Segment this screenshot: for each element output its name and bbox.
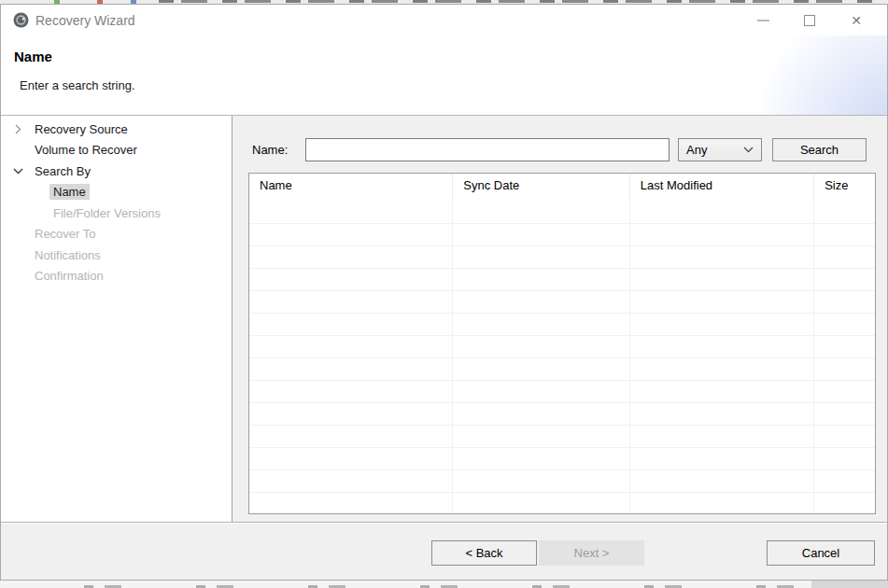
column-header-size[interactable]: Size: [814, 174, 875, 202]
table-cell: [630, 291, 814, 313]
table-cell: [453, 426, 629, 447]
table-row: [249, 336, 875, 358]
filter-selected-value: Any: [686, 143, 707, 157]
sidebar-item-label: Volume to Recover: [31, 142, 141, 158]
chevron-down-icon: [743, 147, 754, 153]
sidebar-item-label: Recovery Source: [31, 121, 132, 137]
table-row: [249, 493, 875, 514]
background-app-sliver-bottom: [0, 581, 888, 588]
back-button[interactable]: < Back: [431, 540, 537, 566]
table-cell: [249, 269, 453, 290]
sidebar-item-search-by[interactable]: Search By: [1, 161, 232, 182]
table-row: [249, 246, 875, 269]
sidebar-item-notifications: Notifications: [1, 245, 232, 266]
table-cell: [814, 470, 875, 492]
table-row: [249, 426, 875, 448]
window-title: Recovery Wizard: [35, 13, 135, 28]
sidebar-item-label: Notifications: [31, 247, 105, 263]
column-header-sync-date[interactable]: Sync Date: [453, 174, 629, 202]
sidebar-item-recovery-source[interactable]: Recovery Source: [1, 119, 232, 140]
table-cell: [814, 403, 875, 425]
close-button[interactable]: ✕: [833, 5, 880, 35]
sidebar-item-file-folder-versions: File/Folder Versions: [1, 203, 232, 224]
table-cell: [453, 403, 629, 425]
sidebar-item-name[interactable]: Name: [1, 182, 232, 203]
table-cell: [453, 336, 629, 357]
table-cell: [453, 269, 629, 290]
table-row: [249, 224, 875, 246]
table-cell: [814, 448, 875, 469]
sidebar-item-label: Confirmation: [31, 268, 107, 284]
table-cell: [453, 448, 629, 469]
table-cell: [814, 426, 875, 447]
page-description: Enter a search string.: [20, 78, 135, 92]
table-cell: [453, 202, 629, 223]
sidebar-item-volume-to-recover[interactable]: Volume to Recover: [1, 140, 232, 161]
table-cell: [453, 291, 629, 313]
table-cell: [453, 224, 629, 245]
column-header-name[interactable]: Name: [249, 174, 453, 202]
table-cell: [249, 470, 453, 492]
table-row: [249, 314, 875, 336]
content-pane: Name: Any Search NameSync DateLast Modif…: [233, 116, 887, 523]
table-cell: [249, 336, 453, 357]
chevron-down-icon[interactable]: [10, 163, 25, 178]
table-cell: [630, 269, 814, 290]
table-cell: [814, 493, 875, 514]
app-icon: [13, 12, 29, 28]
name-field-label: Name:: [252, 143, 305, 157]
recovery-wizard-window: Recovery Wizard ✕ Name Enter a search st…: [0, 4, 888, 581]
banner-decoration: [728, 35, 887, 115]
table-cell: [453, 358, 629, 380]
table-cell: [814, 381, 875, 402]
table-cell: [630, 403, 814, 425]
chevron-right-icon[interactable]: [10, 121, 25, 136]
minimize-icon: [757, 20, 769, 21]
search-button[interactable]: Search: [772, 138, 867, 161]
sidebar-item-label: File/Folder Versions: [49, 205, 164, 221]
table-cell: [630, 470, 814, 492]
table-cell: [249, 448, 453, 469]
maximize-button[interactable]: [786, 5, 833, 35]
table-row: [249, 470, 875, 493]
search-input[interactable]: [305, 138, 670, 161]
results-table[interactable]: NameSync DateLast ModifiedSize: [248, 173, 876, 514]
table-cell: [453, 314, 629, 335]
table-cell: [453, 470, 629, 492]
footer-separator: [1, 522, 887, 523]
table-row: [249, 358, 875, 381]
background-block: [811, 581, 888, 588]
table-cell: [630, 246, 814, 268]
next-button: Next >: [539, 540, 644, 566]
sidebar-item-label: Recover To: [31, 226, 100, 242]
minimize-button[interactable]: [740, 5, 786, 35]
results-table-body: [249, 202, 875, 514]
table-row: [249, 202, 875, 224]
table-cell: [249, 314, 453, 335]
sidebar-item-confirmation: Confirmation: [1, 266, 232, 287]
table-cell: [630, 381, 814, 402]
table-cell: [630, 202, 814, 223]
table-cell: [630, 224, 814, 245]
table-cell: [814, 224, 875, 245]
background-text-fragments: [159, 0, 879, 3]
wizard-banner: Name Enter a search string.: [1, 35, 887, 115]
wizard-body: Recovery SourceVolume to RecoverSearch B…: [1, 116, 887, 523]
results-table-header: NameSync DateLast ModifiedSize: [249, 174, 875, 202]
table-cell: [630, 493, 814, 514]
table-cell: [249, 493, 453, 514]
column-header-last-modified[interactable]: Last Modified: [630, 174, 814, 202]
button-bar: < Back Next > Cancel: [1, 524, 887, 580]
table-cell: [453, 493, 629, 514]
filter-dropdown[interactable]: Any: [678, 138, 762, 161]
table-cell: [814, 336, 875, 357]
sidebar-item-label: Name: [49, 184, 90, 200]
table-row: [249, 381, 875, 403]
cancel-button[interactable]: Cancel: [767, 540, 875, 566]
table-cell: [814, 202, 875, 223]
table-cell: [453, 381, 629, 402]
table-row: [249, 448, 875, 470]
page-title: Name: [14, 49, 52, 64]
table-cell: [453, 246, 629, 268]
caption-buttons: ✕: [740, 5, 880, 35]
